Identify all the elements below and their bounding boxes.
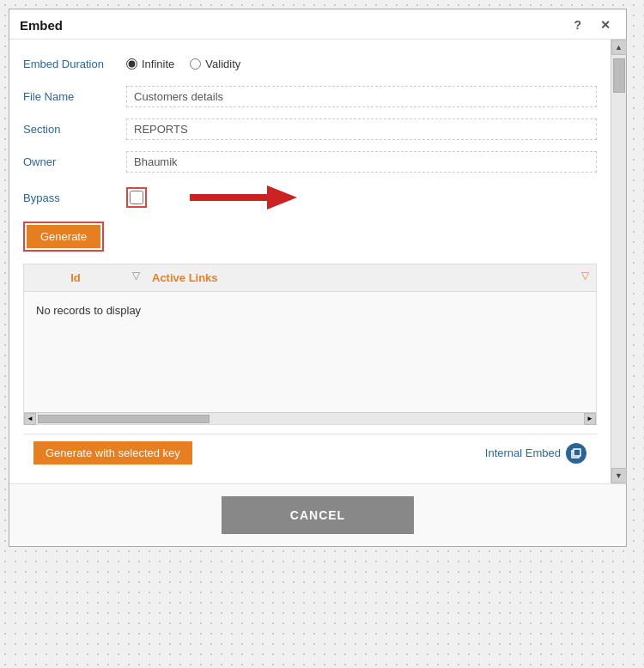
title-bar: Embed ? ✕ xyxy=(9,9,626,39)
embed-copy-icon xyxy=(570,447,582,459)
scroll-up-button[interactable]: ▲ xyxy=(611,39,627,55)
scroll-track-vertical xyxy=(611,55,626,468)
cancel-row: CANCEL xyxy=(9,483,626,546)
bypass-area xyxy=(126,182,301,213)
internal-embed-label: Internal Embed xyxy=(485,446,561,459)
no-records-message: No records to display xyxy=(36,304,141,317)
embed-duration-radio-group: Infinite Validity xyxy=(126,58,240,70)
svg-marker-1 xyxy=(267,185,297,210)
filter-icon-active-links[interactable]: ▽ xyxy=(581,270,596,286)
bypass-row: Bypass xyxy=(23,182,597,213)
close-button[interactable]: ✕ xyxy=(595,16,616,33)
file-name-input[interactable] xyxy=(126,86,597,107)
scroll-left-button[interactable]: ◄ xyxy=(24,413,36,425)
dialog-body: Embed Duration Infinite Validity xyxy=(9,39,626,483)
bypass-arrow-annotation xyxy=(164,182,301,213)
scroll-right-button[interactable]: ► xyxy=(584,413,596,425)
embed-duration-row: Embed Duration Infinite Validity xyxy=(23,52,597,76)
section-row: Section xyxy=(23,117,597,141)
table-body: No records to display xyxy=(24,292,596,412)
bypass-label: Bypass xyxy=(23,191,118,204)
help-button[interactable]: ? xyxy=(568,16,586,33)
generate-button[interactable]: Generate xyxy=(27,225,100,248)
bypass-checkbox-wrapper xyxy=(126,187,147,208)
infinite-option[interactable]: Infinite xyxy=(126,58,174,70)
infinite-radio[interactable] xyxy=(126,58,137,70)
infinite-label: Infinite xyxy=(142,58,174,70)
scroll-thumb-vertical[interactable] xyxy=(613,58,625,93)
title-actions: ? ✕ xyxy=(568,16,616,33)
validity-label: Validity xyxy=(205,58,240,70)
internal-embed-icon[interactable] xyxy=(566,443,586,464)
generate-row: Generate xyxy=(23,222,597,252)
col-active-links-header: Active Links xyxy=(145,270,581,286)
red-arrow-icon xyxy=(164,182,301,213)
svg-rect-0 xyxy=(190,194,267,201)
section-label: Section xyxy=(23,123,118,136)
dialog-title: Embed xyxy=(20,18,63,33)
filter-icon-id[interactable]: ▽ xyxy=(132,270,140,286)
validity-option[interactable]: Validity xyxy=(190,58,240,70)
owner-row: Owner xyxy=(23,149,597,173)
generate-btn-wrapper: Generate xyxy=(23,222,104,252)
main-content: Embed Duration Infinite Validity xyxy=(9,39,611,483)
internal-embed-area: Internal Embed xyxy=(485,443,586,464)
links-table: Id ▽ Active Links ▽ No records to displa… xyxy=(23,264,597,425)
file-name-row: File Name xyxy=(23,84,597,108)
bypass-checkbox[interactable] xyxy=(130,191,143,204)
owner-input[interactable] xyxy=(126,151,597,173)
svg-rect-3 xyxy=(574,449,580,456)
scroll-track xyxy=(36,413,584,424)
scroll-thumb[interactable] xyxy=(38,415,210,423)
col-id-header: Id xyxy=(24,270,127,286)
file-name-label: File Name xyxy=(23,90,118,103)
bottom-bar: Generate with selected key Internal Embe… xyxy=(23,434,597,471)
table-header: Id ▽ Active Links ▽ xyxy=(24,264,596,292)
vertical-scrollbar[interactable]: ▲ ▼ xyxy=(611,39,626,483)
section-input[interactable] xyxy=(126,118,597,140)
owner-label: Owner xyxy=(23,155,118,168)
embed-duration-label: Embed Duration xyxy=(23,58,118,70)
cancel-button[interactable]: CANCEL xyxy=(222,496,414,534)
scroll-down-button[interactable]: ▼ xyxy=(611,468,627,483)
horizontal-scrollbar[interactable]: ◄ ► xyxy=(24,412,596,424)
generate-selected-button[interactable]: Generate with selected key xyxy=(33,441,192,465)
dialog-overlay: Embed ? ✕ Embed Duration Infinite xyxy=(0,0,644,668)
embed-dialog: Embed ? ✕ Embed Duration Infinite xyxy=(9,9,627,547)
validity-radio[interactable] xyxy=(190,58,201,70)
